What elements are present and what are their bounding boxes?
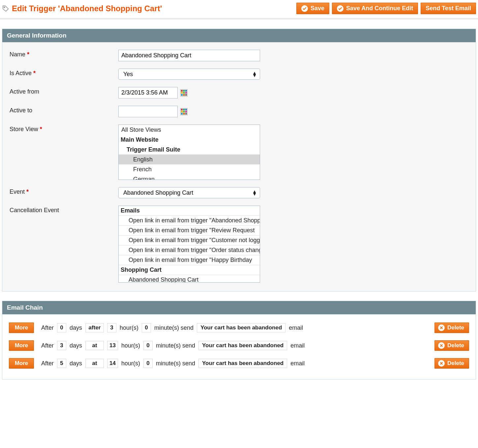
store-view-option[interactable]: Main Website bbox=[119, 135, 260, 145]
label-event: Event * bbox=[10, 187, 118, 195]
row-event: Event * Abandoned Shopping Cart ▲▼ bbox=[10, 187, 468, 198]
delete-button[interactable]: Delete bbox=[434, 340, 469, 351]
calendar-icon[interactable] bbox=[180, 108, 188, 115]
label-name: Name * bbox=[10, 50, 118, 58]
delete-label: Delete bbox=[447, 360, 464, 367]
section-general: General Information Name * Is Active * Y… bbox=[2, 29, 476, 292]
svg-point-0 bbox=[4, 7, 5, 8]
label-email: email bbox=[290, 342, 305, 349]
cancellation-option[interactable]: Open link in email from trigger "Happy B… bbox=[119, 255, 260, 265]
more-button[interactable]: More bbox=[9, 340, 34, 351]
minutes-input[interactable]: 0 bbox=[142, 323, 151, 332]
template-input[interactable]: Your cart has been abandoned bbox=[198, 359, 287, 368]
days-input[interactable]: 5 bbox=[57, 359, 66, 368]
section-email-chain-header: Email Chain bbox=[2, 301, 476, 314]
store-view-option[interactable]: English bbox=[119, 154, 260, 164]
template-input[interactable]: Your cart has been abandoned bbox=[198, 341, 287, 350]
more-button[interactable]: More bbox=[9, 358, 34, 369]
store-view-option[interactable]: Trigger Email Suite bbox=[119, 145, 260, 154]
section-email-chain: Email Chain MoreAfter0daysafter3hour(s)0… bbox=[2, 301, 476, 379]
delete-label: Delete bbox=[447, 324, 464, 331]
minutes-input[interactable]: 0 bbox=[143, 359, 153, 368]
cancellation-option[interactable]: Open link in email from trigger "Review … bbox=[119, 225, 260, 235]
store-view-option[interactable]: All Store Views bbox=[119, 125, 260, 135]
label-store-view: Store View * bbox=[10, 125, 118, 133]
cancellation-option[interactable]: Abandoned Shopping Cart bbox=[119, 275, 260, 283]
cancellation-option[interactable]: Open link in email from trigger "Custome… bbox=[119, 235, 260, 245]
hours-input[interactable]: 3 bbox=[107, 323, 116, 332]
email-chain-row: MoreAfter3daysat13hour(s)0minute(s) send… bbox=[9, 340, 469, 351]
email-chain-row: MoreAfter0daysafter3hour(s)0minute(s) se… bbox=[9, 322, 469, 333]
delete-button[interactable]: Delete bbox=[434, 322, 469, 333]
active-to-input[interactable] bbox=[118, 106, 178, 117]
label-minutes-send: minute(s) send bbox=[156, 342, 195, 349]
label-days: days bbox=[70, 360, 82, 367]
store-view-option[interactable]: French bbox=[119, 164, 260, 174]
more-button[interactable]: More bbox=[9, 322, 34, 333]
close-icon bbox=[438, 324, 445, 331]
row-name: Name * bbox=[10, 50, 468, 61]
label-hours: hour(s) bbox=[121, 360, 140, 367]
store-view-multiselect[interactable]: All Store ViewsMain WebsiteTrigger Email… bbox=[118, 125, 260, 180]
page-header: Edit Trigger 'Abandoned Shopping Cart' S… bbox=[0, 0, 478, 19]
tag-icon bbox=[2, 5, 9, 12]
days-input[interactable]: 0 bbox=[57, 323, 66, 332]
label-minutes-send: minute(s) send bbox=[154, 324, 194, 331]
hours-input[interactable]: 13 bbox=[107, 341, 118, 350]
label-after: After bbox=[41, 342, 54, 349]
label-days: days bbox=[70, 324, 82, 331]
label-minutes-send: minute(s) send bbox=[156, 360, 195, 367]
calendar-icon[interactable] bbox=[180, 89, 188, 97]
section-email-chain-body: MoreAfter0daysafter3hour(s)0minute(s) se… bbox=[2, 314, 476, 379]
label-hours: hour(s) bbox=[121, 342, 140, 349]
label-hours: hour(s) bbox=[120, 324, 138, 331]
save-button-label: Save bbox=[311, 5, 324, 12]
header-buttons: Save Save And Continue Edit Send Test Em… bbox=[296, 3, 476, 14]
page-title: Edit Trigger 'Abandoned Shopping Cart' bbox=[12, 4, 162, 13]
required-mark: * bbox=[40, 126, 42, 132]
label-email: email bbox=[289, 324, 303, 331]
page-title-wrap: Edit Trigger 'Abandoned Shopping Cart' bbox=[2, 4, 162, 13]
send-test-email-button[interactable]: Send Test Email bbox=[421, 3, 476, 14]
check-icon bbox=[301, 5, 308, 12]
cancellation-option[interactable]: Open link in email from trigger "Order s… bbox=[119, 245, 260, 255]
cancellation-multiselect[interactable]: EmailsOpen link in email from trigger "A… bbox=[118, 206, 260, 283]
label-days: days bbox=[70, 342, 82, 349]
send-test-email-label: Send Test Email bbox=[426, 5, 471, 12]
label-is-active: Is Active * bbox=[10, 69, 118, 77]
days-input[interactable]: 3 bbox=[57, 341, 66, 350]
delete-button[interactable]: Delete bbox=[434, 358, 469, 369]
required-mark: * bbox=[27, 51, 29, 58]
row-is-active: Is Active * Yes ▲▼ bbox=[10, 69, 468, 80]
label-active-to: Active to bbox=[10, 106, 118, 114]
minutes-input[interactable]: 0 bbox=[143, 341, 153, 350]
template-input[interactable]: Your cart has been abandoned bbox=[197, 323, 285, 332]
hours-input[interactable]: 14 bbox=[107, 359, 118, 368]
save-button[interactable]: Save bbox=[296, 3, 329, 14]
row-store-view: Store View * All Store ViewsMain Website… bbox=[10, 125, 468, 180]
label-active-from: Active from bbox=[10, 87, 118, 95]
name-input[interactable] bbox=[118, 50, 260, 61]
row-active-to: Active to bbox=[10, 106, 468, 117]
label-after: After bbox=[41, 324, 54, 331]
cancellation-option[interactable]: Open link in email from trigger "Abandon… bbox=[119, 215, 260, 225]
mode-input[interactable]: at bbox=[85, 359, 104, 368]
label-email: email bbox=[290, 360, 305, 367]
event-select[interactable]: Abandoned Shopping Cart bbox=[118, 187, 260, 198]
save-continue-button[interactable]: Save And Continue Edit bbox=[332, 3, 418, 14]
close-icon bbox=[438, 342, 445, 349]
delete-label: Delete bbox=[447, 342, 464, 349]
required-mark: * bbox=[33, 70, 36, 76]
section-general-header: General Information bbox=[2, 29, 476, 42]
save-continue-button-label: Save And Continue Edit bbox=[346, 5, 413, 12]
close-icon bbox=[438, 360, 445, 367]
cancellation-option[interactable]: Emails bbox=[119, 206, 260, 215]
store-view-option[interactable]: German bbox=[119, 174, 260, 180]
mode-input[interactable]: after bbox=[85, 323, 104, 332]
mode-input[interactable]: at bbox=[85, 341, 104, 350]
cancellation-option[interactable]: Shopping Cart bbox=[119, 265, 260, 275]
label-cancellation: Cancellation Event bbox=[10, 206, 118, 214]
is-active-select[interactable]: Yes bbox=[118, 69, 260, 80]
active-from-input[interactable] bbox=[118, 87, 178, 98]
row-cancellation: Cancellation Event EmailsOpen link in em… bbox=[10, 206, 468, 283]
